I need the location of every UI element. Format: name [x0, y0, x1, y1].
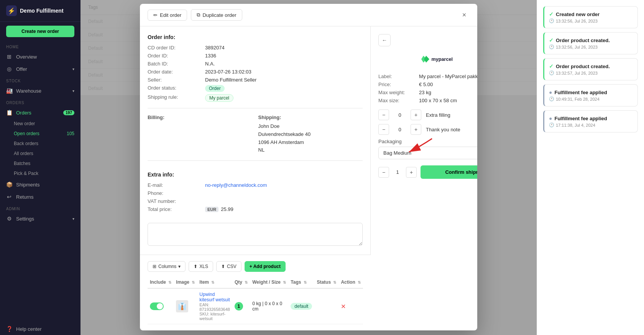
activity-time-4: 🕐 10:49:31, Feb 28, 2024 [549, 96, 633, 101]
activity-time-2: 🕐 13:32:56, Jul 26, 2023 [549, 44, 633, 49]
sidebar-item-batches[interactable]: Batches [0, 159, 80, 168]
main-area: Tags Packaging Label Carrier DefaultMyPa… [80, 0, 537, 335]
shipping-country: NL [258, 146, 363, 154]
sidebar: ⚡ Demo Fulfillment Create new order Home… [0, 0, 80, 335]
qty-plus-button[interactable]: + [406, 167, 417, 178]
sidebar-item-open-orders[interactable]: Open orders 105 [0, 129, 80, 139]
shipping-row-label: Label: My parcel - MyParcel pakket [378, 74, 477, 79]
sidebar-item-offer[interactable]: ◎ Offer ▾ [0, 63, 80, 75]
order-date-value: 2023-07-26 13:02:03 [205, 69, 363, 75]
sidebar-item-help-center[interactable]: ❓ Help center [0, 323, 80, 335]
cell-image: 👔 [174, 288, 197, 324]
cd-order-id-label: CD order ID: [148, 45, 201, 51]
delete-product-button[interactable]: ✕ [341, 303, 346, 310]
logo-icon: ⚡ [6, 5, 17, 16]
include-toggle[interactable] [150, 302, 164, 310]
packaging-wrapper: Bag Medium Bag Small Bag Large Box Small… [378, 147, 477, 159]
packaging-select[interactable]: Bag Medium Bag Small Bag Large Box Small… [378, 147, 477, 159]
extra-filling-plus[interactable]: + [411, 109, 421, 120]
clock-icon-2: 🕐 [549, 44, 554, 49]
billing-shipping-section: Billing: Shipping: John Doe Duivendrecht… [148, 108, 363, 161]
sidebar-item-orders[interactable]: 📋 Orders 197 [0, 106, 80, 119]
activity-time: 🕐 13:32:56, Jul 26, 2023 [549, 18, 633, 23]
myparcel-svg: myparcel [419, 52, 472, 66]
add-product-button[interactable]: + Add product [245, 261, 286, 272]
columns-label: Columns [158, 264, 176, 269]
sidebar-item-pick-pack[interactable]: Pick & Pack [0, 168, 80, 178]
shipping-row-max-weight: Max weight: 23 kg [378, 90, 477, 95]
extra-info-title: Extra info: [148, 172, 363, 178]
shipping-address-line1: Duivendrechtsekade 40 [258, 131, 363, 139]
activity-time-5: 🕐 17:11:38, Jul 4, 2024 [549, 123, 633, 127]
extra-filling-value: 0 [394, 112, 406, 118]
col-weight-size: Weight / Size ⇅ [250, 276, 288, 288]
close-modal-button[interactable]: × [459, 10, 470, 20]
sidebar-item-warehouse[interactable]: 🏭 Warehouse ▾ [0, 85, 80, 97]
download-icon-csv: ⬆ [221, 264, 225, 269]
sidebar-item-shipments[interactable]: 📦 Shipments [0, 178, 80, 191]
sidebar-item-settings[interactable]: ⚙ Settings ▾ [0, 212, 80, 225]
activity-title-text-3: Order product created. [556, 64, 610, 69]
xls-button[interactable]: ⬆ XLS [189, 261, 213, 272]
columns-icon: ⊞ [153, 264, 156, 269]
extra-filling-label: Extra filling [426, 112, 450, 118]
extra-filling-minus[interactable]: − [378, 109, 389, 120]
order-details: Order info: CD order ID: 3892074 Order I… [140, 26, 371, 255]
add-product-label: + Add product [250, 264, 281, 269]
check-icon: ✓ [549, 11, 554, 17]
max-size-value: 100 x 70 x 58 cm [419, 98, 477, 103]
clock-icon-4: 🕐 [549, 96, 554, 101]
sidebar-label-overview: Overview [16, 54, 37, 60]
vat-value [205, 198, 363, 204]
sidebar-item-new-order[interactable]: New order [0, 119, 80, 129]
product-name[interactable]: Upwind kitesurf wetsuit [199, 292, 230, 302]
clock-icon: 🕐 [549, 18, 554, 23]
help-icon: ❓ [6, 326, 12, 332]
chevron-down-icon-warehouse: ▾ [72, 89, 74, 93]
activity-time-text-2: 13:32:56, Jul 26, 2023 [556, 45, 598, 49]
shipping-row-price: Price: € 5.00 [378, 82, 477, 87]
email-value[interactable]: no-reply@channeldock.com [205, 182, 363, 188]
col-image: Image ⇅ [174, 276, 197, 288]
clock-icon-5: 🕐 [549, 123, 554, 127]
order-date-label: Order date: [148, 69, 201, 75]
sidebar-item-returns[interactable]: ↩ Returns [0, 191, 80, 203]
sidebar-item-overview[interactable]: ⊞ Overview [0, 51, 80, 63]
duplicate-order-button[interactable]: ⧉ Duplicate order [191, 9, 242, 21]
back-button[interactable]: ← [378, 34, 391, 46]
notes-textarea[interactable] [148, 223, 363, 246]
chevron-down-icon: ▾ [178, 264, 181, 269]
order-info-title: Order info: [148, 34, 363, 40]
confirm-shipment-button[interactable]: Confirm shipment [421, 165, 477, 179]
section-stock: Stock [0, 75, 80, 85]
price-field-label: Price: [378, 82, 417, 87]
currency-badge: EUR [205, 207, 219, 212]
sidebar-item-back-orders[interactable]: Back orders [0, 139, 80, 149]
activity-time-text-5: 17:11:38, Jul 4, 2024 [556, 123, 595, 127]
activity-time-text-4: 10:49:31, Feb 28, 2024 [556, 97, 600, 101]
csv-button[interactable]: ⬆ CSV [216, 261, 242, 272]
columns-button[interactable]: ⊞ Columns ▾ [148, 261, 186, 272]
open-orders-label: Open orders [14, 131, 39, 136]
edit-order-button[interactable]: ✏ Edit order [148, 10, 187, 21]
chevron-down-icon-settings: ▾ [72, 217, 74, 221]
offer-icon: ◎ [6, 66, 12, 72]
products-toolbar: ⊞ Columns ▾ ⬆ XLS ⬆ CSV [148, 261, 363, 272]
section-orders: Orders [0, 97, 80, 106]
sidebar-item-all-orders[interactable]: All orders [0, 149, 80, 159]
qty-minus-button[interactable]: − [378, 167, 389, 178]
sidebar-label-offer: Offer [16, 66, 27, 72]
thank-you-minus[interactable]: − [378, 124, 389, 135]
create-order-button[interactable]: Create new order [6, 26, 74, 37]
sidebar-label-help: Help center [16, 326, 41, 332]
clock-icon-3: 🕐 [549, 70, 554, 75]
activity-item-fee-2: ● Fulfillment fee applied 🕐 17:11:38, Ju… [543, 110, 638, 132]
seller-label: Seller: [148, 77, 201, 83]
label-field-label: Label: [378, 74, 417, 79]
activity-title-4: ● Fulfillment fee applied [549, 89, 633, 95]
activity-title-2: ✓ Order product created. [549, 37, 633, 43]
sort-icon-tags: ⇅ [304, 280, 307, 284]
packaging-section: Packaging Bag Medium Bag Small Bag Large… [378, 139, 477, 159]
shipping-rule-badge: My parcel [205, 94, 233, 102]
thank-you-plus[interactable]: + [411, 124, 421, 135]
